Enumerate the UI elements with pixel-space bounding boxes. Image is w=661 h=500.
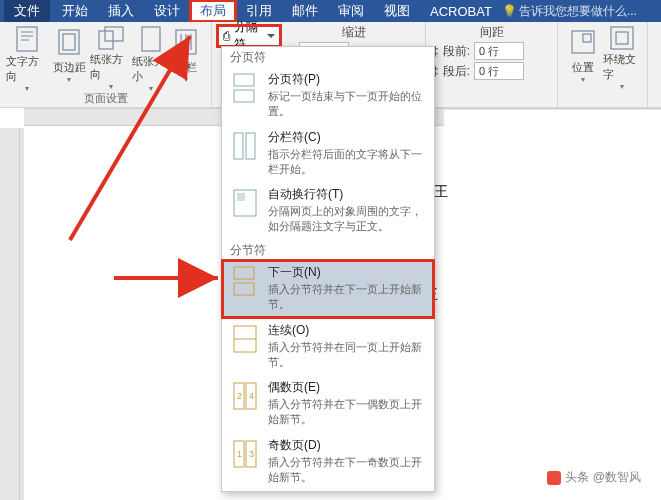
svg-rect-8 (583, 34, 591, 42)
breaks-dropdown[interactable]: ⎙ 分隔符 (218, 26, 280, 46)
indent-header: 缩进 (288, 24, 419, 41)
svg-rect-10 (616, 32, 628, 44)
svg-rect-11 (234, 74, 254, 86)
svg-rect-18 (234, 283, 254, 295)
menu-item-column-break[interactable]: 分栏符(C)指示分栏符后面的文字将从下一栏开始。 (222, 125, 434, 183)
tab-review[interactable]: 审阅 (328, 0, 374, 22)
menu-section-section-breaks: 分节符 (222, 240, 434, 260)
continuous-icon (230, 322, 260, 370)
even-page-icon: 24 (230, 379, 260, 427)
odd-page-icon: 13 (230, 437, 260, 485)
menu-item-even-page[interactable]: 24 偶数页(E)插入分节符并在下一偶数页上开始新节。 (222, 375, 434, 433)
tab-acrobat[interactable]: ACROBAT (420, 2, 502, 21)
text-direction-icon (11, 26, 43, 52)
spacing-after-input[interactable]: 0 行 (474, 62, 524, 80)
svg-text:4: 4 (249, 391, 254, 401)
next-page-icon (230, 264, 260, 312)
orientation-button[interactable]: 纸张方向▾ (90, 24, 132, 90)
tab-design[interactable]: 设计 (144, 0, 190, 22)
tab-file[interactable]: 文件 (4, 0, 50, 22)
column-break-icon (230, 129, 260, 177)
svg-rect-14 (246, 133, 255, 159)
spacing-before-input[interactable]: 0 行 (474, 42, 524, 60)
menu-item-page-break[interactable]: 分页符(P)标记一页结束与下一页开始的位置。 (222, 67, 434, 125)
svg-text:3: 3 (249, 449, 254, 459)
page-break-icon (230, 71, 260, 119)
watermark-logo-icon (547, 471, 561, 485)
watermark: 头条 @数智风 (547, 469, 641, 486)
chevron-down-icon (267, 34, 275, 38)
tab-home[interactable]: 开始 (52, 0, 98, 22)
menu-item-odd-page[interactable]: 13 奇数页(D)插入分节符并在下一奇数页上开始新节。 (222, 433, 434, 491)
position-button[interactable]: 位置▾ (564, 24, 603, 90)
columns-icon (170, 26, 202, 58)
ribbon-tabs: 文件 开始 插入 设计 布局 引用 邮件 审阅 视图 ACROBAT 💡 告诉我… (0, 0, 661, 22)
text-wrap-break-icon (230, 186, 260, 234)
menu-section-page-breaks: 分页符 (222, 47, 434, 67)
vertical-ruler[interactable] (0, 128, 20, 500)
wrap-icon (606, 26, 638, 50)
tab-view[interactable]: 视图 (374, 0, 420, 22)
lightbulb-icon: 💡 (502, 4, 517, 18)
tab-layout[interactable]: 布局 (190, 0, 236, 22)
svg-rect-0 (17, 27, 37, 51)
orientation-icon (95, 26, 127, 50)
svg-rect-17 (234, 267, 254, 279)
svg-rect-2 (63, 34, 75, 50)
svg-text:2: 2 (237, 391, 242, 401)
menu-item-text-wrap-break[interactable]: 自动换行符(T)分隔网页上的对象周围的文字，如分隔题注文字与正文。 (222, 182, 434, 240)
text-direction-button[interactable]: 文字方向▾ (6, 24, 48, 90)
svg-rect-9 (611, 27, 633, 49)
tell-me[interactable]: 💡 告诉我您想要做什么... (502, 3, 637, 20)
svg-rect-16 (237, 193, 245, 201)
svg-rect-3 (99, 31, 113, 49)
spacing-header: 间距 (432, 24, 551, 41)
svg-rect-5 (142, 27, 160, 51)
group-label-page-setup: 页面设置 (0, 91, 211, 107)
breaks-icon: ⎙ (223, 29, 230, 43)
menu-item-next-page[interactable]: 下一页(N)插入分节符并在下一页上开始新节。 (222, 260, 434, 318)
margins-button[interactable]: 页边距▾ (48, 24, 90, 90)
menu-item-continuous[interactable]: 连续(O)插入分节符并在同一页上开始新节。 (222, 318, 434, 376)
svg-rect-4 (105, 27, 123, 41)
columns-button[interactable]: 分栏▾ (170, 24, 202, 90)
svg-text:1: 1 (237, 449, 242, 459)
wrap-text-button[interactable]: 环绕文字▾ (603, 24, 642, 90)
size-icon (135, 26, 167, 52)
tab-insert[interactable]: 插入 (98, 0, 144, 22)
svg-rect-13 (234, 133, 243, 159)
margins-icon (53, 26, 85, 58)
size-button[interactable]: 纸张大小▾ (132, 24, 170, 90)
svg-rect-12 (234, 90, 254, 102)
position-icon (567, 26, 599, 58)
breaks-menu: 分页符 分页符(P)标记一页结束与下一页开始的位置。 分栏符(C)指示分栏符后面… (221, 46, 435, 492)
tab-mailings[interactable]: 邮件 (282, 0, 328, 22)
